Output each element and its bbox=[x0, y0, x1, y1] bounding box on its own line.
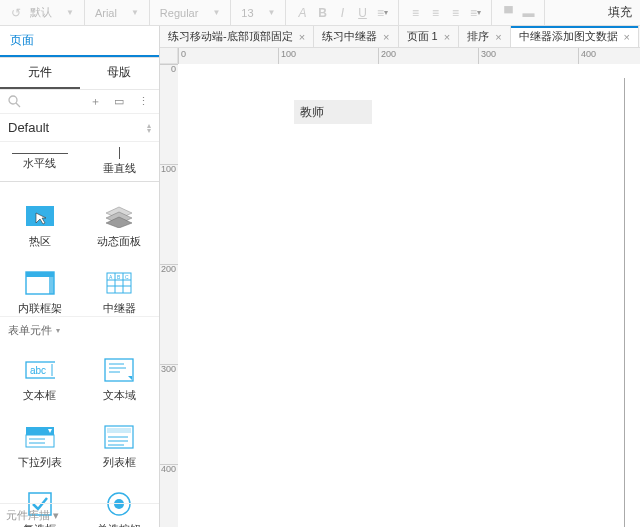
dropdown-icon bbox=[25, 425, 55, 449]
tab-pages[interactable]: 页面 bbox=[0, 26, 159, 57]
svg-rect-8 bbox=[49, 277, 54, 294]
italic-icon[interactable]: I bbox=[332, 3, 352, 23]
more-text-icon[interactable]: ≡▾ bbox=[372, 3, 392, 23]
svg-point-0 bbox=[9, 96, 17, 104]
widget-inline-frame[interactable]: 内联框架 bbox=[0, 271, 80, 316]
ruler-tick: 400 bbox=[578, 48, 596, 64]
library-tools: ＋ ▭ ⋮ bbox=[0, 90, 159, 114]
close-icon[interactable]: × bbox=[495, 31, 501, 43]
tab-masters[interactable]: 母版 bbox=[80, 58, 160, 89]
ruler-corner bbox=[160, 48, 178, 64]
align-left-icon[interactable]: ≡ bbox=[405, 3, 425, 23]
chevron-down-icon: ▼ bbox=[268, 8, 276, 17]
font-size-label: 13 bbox=[241, 7, 253, 19]
ruler-tick: 100 bbox=[278, 48, 296, 64]
widget-repeater[interactable]: ABC 中继器 bbox=[80, 271, 160, 316]
ruler-tick: 200 bbox=[160, 264, 178, 274]
doc-tab[interactable]: 排序 × bbox=[459, 26, 510, 47]
style-preset-label: 默认 bbox=[30, 5, 52, 20]
svg-rect-30 bbox=[107, 428, 131, 433]
fill-label[interactable]: 填充 bbox=[600, 4, 640, 21]
svg-text:abc: abc bbox=[30, 365, 46, 376]
svg-text:C: C bbox=[125, 274, 129, 280]
svg-rect-7 bbox=[26, 272, 54, 277]
library-section-label: Default bbox=[8, 120, 49, 135]
ruler-tick: 300 bbox=[160, 364, 178, 374]
hline-label[interactable]: 水平线 bbox=[0, 156, 80, 171]
align-more-icon[interactable]: ≡▾ bbox=[465, 3, 485, 23]
align-right-icon[interactable]: ≡ bbox=[445, 3, 465, 23]
doc-tab[interactable]: 练习中继器 × bbox=[314, 26, 398, 47]
ruler-tick: 0 bbox=[178, 48, 186, 64]
doc-tab-active[interactable]: 中继器添加图文数据 × bbox=[511, 26, 639, 47]
tab-widgets[interactable]: 元件 bbox=[0, 58, 80, 89]
search-icon[interactable] bbox=[8, 95, 79, 108]
font-family-dropdown[interactable]: Arial ▼ bbox=[91, 7, 143, 19]
dynamic-panel-icon bbox=[104, 204, 134, 228]
ruler-tick: 0 bbox=[160, 64, 178, 74]
text-field-icon: abc bbox=[25, 358, 55, 382]
chevron-down-icon: ▾ bbox=[56, 326, 60, 335]
chevron-down-icon: ▼ bbox=[212, 8, 220, 17]
close-icon[interactable]: × bbox=[624, 31, 630, 43]
widget-text-field[interactable]: abc 文本框 bbox=[0, 358, 80, 403]
underline-icon[interactable]: U bbox=[352, 3, 372, 23]
add-library-icon[interactable]: ＋ bbox=[87, 94, 103, 109]
canvas: 0 100 200 300 400 500 0 100 200 300 400 … bbox=[160, 48, 640, 527]
close-icon[interactable]: × bbox=[383, 31, 389, 43]
font-color-icon[interactable]: A bbox=[292, 3, 312, 23]
doc-tab-label: 排序 bbox=[467, 29, 489, 44]
page-boundary bbox=[624, 78, 625, 527]
widget-label: 中继器 bbox=[103, 301, 136, 316]
doc-tab[interactable]: 练习移动端-底部顶部固定 × bbox=[160, 26, 314, 47]
library-menu-icon[interactable]: ⋮ bbox=[135, 95, 151, 108]
bold-icon[interactable]: B bbox=[312, 3, 332, 23]
library-section[interactable]: Default ▴▾ bbox=[0, 114, 159, 142]
ruler-vertical: 0 100 200 300 400 500 bbox=[160, 64, 178, 527]
library-options-icon[interactable]: ▭ bbox=[111, 95, 127, 108]
doc-tab-label: 页面 1 bbox=[407, 29, 438, 44]
format-toolbar: ↺ 默认 ▼ Arial ▼ Regular ▼ 13 ▼ A B I U ≡▾… bbox=[0, 0, 640, 26]
inline-frame-icon bbox=[25, 271, 55, 295]
page-area[interactable]: 教师 bbox=[178, 64, 640, 527]
widget-label: 热区 bbox=[29, 234, 51, 249]
svg-rect-20 bbox=[105, 359, 133, 381]
panel-tabs: 页面 bbox=[0, 26, 159, 58]
form-group-header[interactable]: 表单元件 ▾ bbox=[0, 316, 159, 344]
widget-label: 文本域 bbox=[103, 388, 136, 403]
widget-hotspot[interactable]: 热区 bbox=[0, 204, 80, 249]
left-panel: 页面 元件 母版 ＋ ▭ ⋮ Default ▴▾ 水平线 垂直线 热区 bbox=[0, 26, 160, 527]
widget-label: 下拉列表 bbox=[18, 455, 62, 470]
cell-text: 教师 bbox=[300, 104, 324, 121]
bottom-strip[interactable]: 元件库描 ▾ bbox=[0, 503, 159, 527]
close-icon[interactable]: × bbox=[444, 31, 450, 43]
font-family-label: Arial bbox=[95, 7, 117, 19]
doc-tab[interactable]: 页面 1 × bbox=[399, 26, 460, 47]
stepper-icon: ▴▾ bbox=[147, 123, 151, 133]
widget-dynamic-panel[interactable]: 动态面板 bbox=[80, 204, 160, 249]
widget-label: 列表框 bbox=[103, 455, 136, 470]
undo-icon[interactable]: ↺ bbox=[6, 3, 26, 23]
valign-mid-icon[interactable]: ▬ bbox=[518, 3, 538, 23]
widget-listbox[interactable]: 列表框 bbox=[80, 425, 160, 470]
close-icon[interactable]: × bbox=[299, 31, 305, 43]
ruler-tick: 300 bbox=[478, 48, 496, 64]
widget-dropdown[interactable]: 下拉列表 bbox=[0, 425, 80, 470]
ruler-tick: 100 bbox=[160, 164, 178, 174]
vline-label[interactable]: 垂直线 bbox=[80, 161, 160, 176]
repeater-cell[interactable]: 教师 bbox=[294, 100, 372, 124]
chevron-down-icon: ▼ bbox=[131, 8, 139, 17]
widget-text-area[interactable]: 文本域 bbox=[80, 358, 160, 403]
widget-label: 内联框架 bbox=[18, 301, 62, 316]
text-area-icon bbox=[104, 358, 134, 382]
doc-tab-label: 练习移动端-底部顶部固定 bbox=[168, 29, 293, 44]
ruler-tick: 400 bbox=[160, 464, 178, 474]
svg-line-1 bbox=[16, 103, 20, 107]
style-preset-dropdown[interactable]: 默认 ▼ bbox=[26, 5, 78, 20]
widget-label: 文本框 bbox=[23, 388, 56, 403]
align-center-icon[interactable]: ≡ bbox=[425, 3, 445, 23]
font-size-dropdown[interactable]: 13 ▼ bbox=[237, 7, 279, 19]
font-weight-dropdown[interactable]: Regular ▼ bbox=[156, 7, 224, 19]
valign-top-icon[interactable]: ▀ bbox=[498, 3, 518, 23]
listbox-icon bbox=[104, 425, 134, 449]
